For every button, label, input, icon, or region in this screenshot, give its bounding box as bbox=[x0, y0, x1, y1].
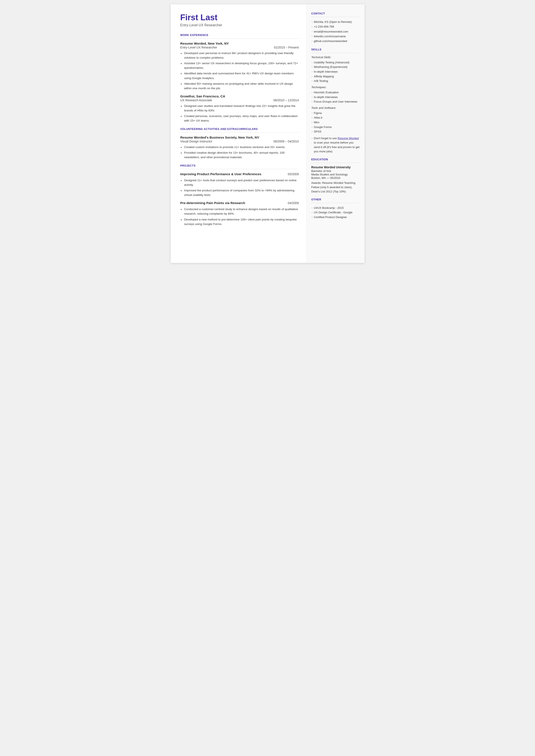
bullet-item: Developed a new method to pre-determine … bbox=[180, 217, 299, 226]
tool-item: SPSS bbox=[311, 129, 360, 134]
vol-role-1: Visual Design Instructor bbox=[180, 140, 212, 143]
tools-label: Tools and Software: bbox=[311, 106, 360, 109]
technique-item: Focus Groups and User Interviews bbox=[311, 99, 360, 104]
bullet-item: Improved the product performance of comp… bbox=[180, 188, 299, 197]
technique-item: Heuristic Evaluation bbox=[311, 90, 360, 95]
contact-heading: CONTACT bbox=[311, 12, 360, 15]
other-section: OTHER UI/UX Bootcamp - 2015 UX Design Ce… bbox=[311, 198, 360, 220]
work-experience-heading: WORK EXPERIENCE bbox=[180, 34, 299, 37]
contact-item: linkedin.com/in/username bbox=[311, 34, 360, 39]
resume-worded-link[interactable]: Resume Worded bbox=[338, 137, 359, 140]
skill-item: Usability Testing (Advanced) bbox=[311, 60, 360, 65]
vol-dates-1: 06/2009 – 04/2010 bbox=[273, 140, 299, 143]
contact-item: +1-234-456-789 bbox=[311, 24, 360, 29]
skill-item: Affinity Mapping bbox=[311, 74, 360, 79]
project-title-1: Improving Product Performance & User Pre… bbox=[180, 172, 261, 176]
technical-skills-label: Technical Skills: bbox=[311, 56, 360, 59]
contact-divider bbox=[311, 17, 360, 17]
edu-degree: Bachelor of Arts bbox=[311, 169, 360, 173]
education-section: EDUCATION Resume Worded University Bache… bbox=[311, 158, 360, 193]
company-2: Growthsi, San Francisco, CA bbox=[180, 95, 299, 98]
projects-divider bbox=[180, 169, 299, 169]
techniques-label: Techniques: bbox=[311, 86, 360, 89]
resume-worded-note: Don't forget to use Resume Worded to sca… bbox=[311, 136, 360, 154]
tool-item: Atlas.ti bbox=[311, 115, 360, 120]
bullet-item: Created custom invitations to promote 11… bbox=[180, 145, 299, 149]
bullet-item: Designed 11+ tools that conduct surveys … bbox=[180, 178, 299, 187]
company-1: Resume Worded, New York, NY bbox=[180, 42, 299, 45]
tool-item: Miro bbox=[311, 120, 360, 125]
tools-list: Figma Atlas.ti Miro Google Forms SPSS bbox=[311, 111, 360, 134]
left-column: First Last Entry-Level UX Researcher WOR… bbox=[171, 4, 306, 263]
candidate-title: Entry-Level UX Researcher bbox=[180, 23, 299, 27]
other-item: UX Design Certificate - Google bbox=[311, 210, 360, 215]
bullet-item: Assisted 13+ senior UX researchers in de… bbox=[180, 61, 299, 70]
technical-skills-list: Usability Testing (Advanced) Wireframing… bbox=[311, 60, 360, 83]
job-role-1: Entry-Level UX Researcher bbox=[180, 46, 217, 49]
job-title-row-1: Entry-Level UX Researcher 01/2015 – Pres… bbox=[180, 46, 299, 49]
project-title-2: Pre-determining Pain Points via Research bbox=[180, 201, 245, 205]
resume-page: First Last Entry-Level UX Researcher WOR… bbox=[171, 4, 365, 263]
skills-divider bbox=[311, 53, 360, 53]
other-list: UI/UX Bootcamp - 2015 UX Design Certific… bbox=[311, 206, 360, 220]
bullet-item: Conducted a customer-centred study to en… bbox=[180, 207, 299, 216]
work-entry-1: Resume Worded, New York, NY Entry-Level … bbox=[180, 42, 299, 91]
bullet-item: Attended 50+ training sessions on protot… bbox=[180, 81, 299, 91]
job-role-2: UX Research Associate bbox=[180, 98, 212, 102]
job-dates-1: 01/2015 – Present bbox=[274, 46, 299, 49]
education-divider bbox=[311, 163, 360, 163]
project-title-row-1: Improving Product Performance & User Pre… bbox=[180, 172, 299, 176]
bullet-item: Identified data trends and summarized th… bbox=[180, 71, 299, 80]
techniques-list: Heuristic Evaluation In-depth Interviews… bbox=[311, 90, 360, 104]
education-heading: EDUCATION bbox=[311, 158, 360, 161]
vol-title-row-1: Visual Design Instructor 06/2009 – 04/20… bbox=[180, 140, 299, 143]
vol-bullets-1: Created custom invitations to promote 11… bbox=[180, 145, 299, 159]
skill-item: In-depth Interviews bbox=[311, 70, 360, 74]
edu-field: Media Studies and Sociology bbox=[311, 173, 360, 176]
vol-company-1: Resume Worded's Business Society, New Yo… bbox=[180, 136, 299, 139]
bullet-item: Created personas, scenarios, user journe… bbox=[180, 114, 299, 123]
edu-school: Resume Worded University bbox=[311, 165, 360, 169]
other-item: UI/UX Bootcamp - 2015 bbox=[311, 206, 360, 210]
project-entry-2: Pre-determining Pain Points via Research… bbox=[180, 201, 299, 226]
candidate-name: First Last bbox=[180, 13, 299, 22]
skills-section: SKILLS Technical Skills: Usability Testi… bbox=[311, 48, 360, 154]
volunteering-heading: VOLUNTEERING ACTIVITIES AND EXTRACURRICU… bbox=[180, 127, 299, 130]
job-dates-2: 06/2010 – 12/2014 bbox=[273, 98, 299, 102]
skill-item: A/B Testing bbox=[311, 79, 360, 83]
other-item: Certified Product Designer bbox=[311, 215, 360, 220]
other-heading: OTHER bbox=[311, 198, 360, 201]
job-bullets-2: Designed user studies and translated res… bbox=[180, 104, 299, 123]
contact-list: Wichita, KS (Open to Remote) +1-234-456-… bbox=[311, 20, 360, 44]
tool-item: Google Forms bbox=[311, 125, 360, 129]
work-entry-2: Growthsi, San Francisco, CA UX Research … bbox=[180, 95, 299, 123]
right-column: CONTACT Wichita, KS (Open to Remote) +1-… bbox=[306, 4, 365, 263]
job-bullets-1: Developed user personas to instruct 66+ … bbox=[180, 51, 299, 91]
volunteering-entry-1: Resume Worded's Business Society, New Yo… bbox=[180, 136, 299, 159]
project-entry-1: Improving Product Performance & User Pre… bbox=[180, 172, 299, 197]
work-experience-divider bbox=[180, 38, 299, 39]
skill-item: Wireframing (Experienced) bbox=[311, 65, 360, 70]
project-date-2: 04/2009 bbox=[288, 201, 299, 205]
bullet-item: Designed user studies and translated res… bbox=[180, 104, 299, 113]
bullet-item: Provided creative design direction for 1… bbox=[180, 151, 299, 159]
project-title-row-2: Pre-determining Pain Points via Research… bbox=[180, 201, 299, 205]
technique-item: In-depth Interviews bbox=[311, 95, 360, 99]
project-date-1: 05/2009 bbox=[288, 172, 299, 176]
contact-item: Wichita, KS (Open to Remote) bbox=[311, 20, 360, 24]
project-bullets-1: Designed 11+ tools that conduct surveys … bbox=[180, 178, 299, 197]
edu-location: Boston, MA — 05/2010 bbox=[311, 176, 360, 180]
tool-item: Figma bbox=[311, 111, 360, 116]
project-bullets-2: Conducted a customer-centred study to en… bbox=[180, 207, 299, 226]
contact-item: github.com/resumeworded bbox=[311, 39, 360, 43]
contact-item: email@resumeworded.com bbox=[311, 29, 360, 34]
name-title-section: First Last Entry-Level UX Researcher bbox=[180, 13, 299, 27]
bullet-item: Developed user personas to instruct 66+ … bbox=[180, 51, 299, 60]
contact-section: CONTACT Wichita, KS (Open to Remote) +1-… bbox=[311, 12, 360, 44]
projects-heading: PROJECTS bbox=[180, 164, 299, 167]
edu-awards: Awards: Resume Worded Teaching Fellow (o… bbox=[311, 181, 360, 193]
skills-heading: SKILLS bbox=[311, 48, 360, 51]
job-title-row-2: UX Research Associate 06/2010 – 12/2014 bbox=[180, 98, 299, 102]
